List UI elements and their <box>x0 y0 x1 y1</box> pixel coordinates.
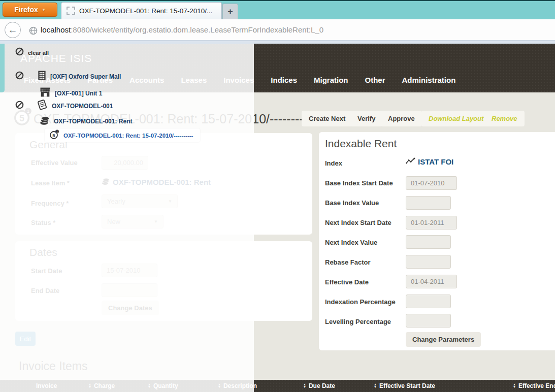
breadcrumb-label: [OXF-001] Unit 1 <box>55 90 102 97</box>
indexation-percentage-input[interactable] <box>406 295 451 308</box>
rebase-factor-input[interactable] <box>406 255 451 269</box>
base-index-start-date-label: Base Index Start Date <box>325 179 393 187</box>
sort-icon[interactable]: ▲▼ <box>513 383 516 388</box>
index-label: Index <box>325 159 342 167</box>
download-layout-button[interactable]: Download Layout <box>421 111 491 126</box>
create-next-button[interactable]: Create Next <box>302 111 352 126</box>
breadcrumb-item-lease-term-selected[interactable]: 51 OXF-TOPMODEL-001: Rent: 15-07-2010/--… <box>45 128 200 142</box>
levelling-percentage-input[interactable] <box>406 314 451 328</box>
new-tab-button[interactable]: + <box>222 4 238 19</box>
breadcrumb-item-lease[interactable]: OXF-TOPMODEL-001 <box>15 99 113 113</box>
column-due-date[interactable]: ▲▼Due Date <box>303 380 335 392</box>
indexable-rent-panel: Indexable Rent Index ISTAT FOI Base Inde… <box>319 132 555 350</box>
indexable-rent-heading: Indexable Rent <box>325 138 397 150</box>
browser-tab[interactable]: OXF-TOPMODEL-001: Rent: 15-07-2010/... <box>61 2 222 19</box>
index-link[interactable]: ISTAT FOI <box>406 157 453 166</box>
breadcrumb-label: [OXF] Oxford Super Mall <box>50 73 121 80</box>
effective-date-input[interactable]: 01-04-2011 <box>406 275 457 288</box>
tab-favicon-placeholder-icon <box>67 7 75 15</box>
svg-text:1: 1 <box>56 130 58 133</box>
next-index-start-date-label: Next Index Start Date <box>325 219 391 226</box>
overlay-veil <box>0 44 254 392</box>
firefox-menu-label: Firefox <box>14 6 38 14</box>
base-index-start-date-input[interactable]: 01-07-2010 <box>406 176 457 190</box>
nav-other[interactable]: Other <box>365 76 385 84</box>
clear-all-label: clear all <box>28 50 49 56</box>
breadcrumb-clear-all[interactable]: clear all <box>15 47 49 58</box>
plus-icon: + <box>227 7 233 17</box>
next-index-value-input[interactable] <box>406 235 451 249</box>
column-effective-start-date[interactable]: ▲▼Effective Start Date <box>374 380 435 392</box>
sort-icon[interactable]: ▲▼ <box>374 383 377 388</box>
globe-icon <box>29 26 38 37</box>
sort-icon[interactable]: ▲▼ <box>303 383 306 388</box>
nav-indices[interactable]: Indices <box>271 76 297 84</box>
rebase-factor-label: Rebase Factor <box>325 258 371 266</box>
breadcrumb-label: OXF-TOPMODEL-001: Rent <box>54 118 132 125</box>
breadcrumb-label: OXF-TOPMODEL-001: Rent: 15-07-2010/-----… <box>63 133 193 139</box>
overlay-edge-accent <box>0 44 5 92</box>
verify-button[interactable]: Verify <box>350 111 382 126</box>
screenshot-root: Firefox ▼ OXF-TOPMODEL-001: Rent: 15-07-… <box>0 0 555 392</box>
back-button[interactable]: ← <box>5 22 21 38</box>
coins-icon <box>40 115 50 127</box>
breadcrumb-item-lease-item[interactable]: OXF-TOPMODEL-001: Rent <box>40 115 132 127</box>
remove-button[interactable]: Remove <box>484 111 525 126</box>
nav-migration[interactable]: Migration <box>314 76 348 84</box>
url-bar[interactable]: localhost:8080/wicket/entity/org.estatio… <box>41 25 323 34</box>
change-parameters-button[interactable]: Change Parameters <box>406 332 481 347</box>
tab-title: OXF-TOPMODEL-001: Rent: 15-07-2010/... <box>79 7 212 15</box>
firefox-menu-button[interactable]: Firefox ▼ <box>3 3 57 17</box>
breadcrumb-item-property[interactable]: [OXF] Oxford Super Mall <box>15 71 121 82</box>
chevron-down-icon: ▼ <box>42 8 46 12</box>
lease-icon <box>36 99 48 113</box>
approve-button[interactable]: Approve <box>381 111 422 126</box>
base-index-value-input[interactable] <box>406 196 451 210</box>
breadcrumb-item-unit[interactable]: [OXF-001] Unit 1 <box>40 87 102 99</box>
breadcrumb-label: OXF-TOPMODEL-001 <box>52 103 113 110</box>
term-icon: 51 <box>49 129 59 142</box>
remove-crumb-icon[interactable] <box>15 71 24 82</box>
clear-all-icon[interactable] <box>15 47 24 58</box>
next-index-start-date-input[interactable]: 01-01-2011 <box>406 216 457 230</box>
store-icon <box>40 87 51 99</box>
nav-administration[interactable]: Administration <box>402 76 456 84</box>
chart-line-icon <box>406 157 415 166</box>
url-host: localhost <box>41 25 71 34</box>
building-icon <box>38 71 46 82</box>
levelling-percentage-label: Levelling Percentage <box>325 318 391 325</box>
base-index-value-label: Base Index Value <box>325 199 379 207</box>
url-path: :8080/wicket/entity/org.estatio.dom.leas… <box>71 25 323 34</box>
indexation-percentage-label: Indexation Percentage <box>325 298 396 306</box>
effective-date-label: Effective Date <box>325 278 369 286</box>
column-effective-end-date[interactable]: ▲▼Effective End Date <box>513 380 555 392</box>
remove-crumb-icon[interactable] <box>15 101 24 111</box>
next-index-value-label: Next Index Value <box>325 239 377 246</box>
svg-text:5: 5 <box>52 132 55 138</box>
